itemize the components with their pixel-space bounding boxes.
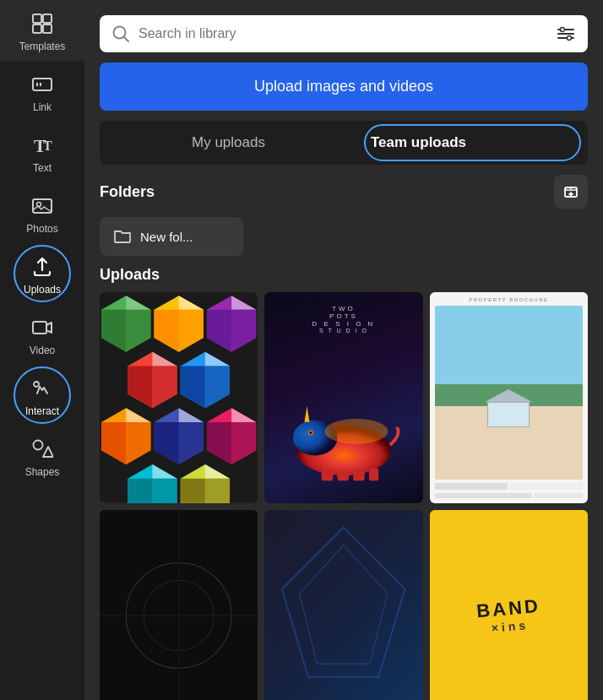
svg-rect-1	[43, 14, 52, 23]
svg-text:T: T	[43, 138, 52, 153]
svg-rect-81	[369, 468, 378, 480]
svg-point-20	[568, 36, 572, 41]
filter-icon[interactable]	[556, 24, 576, 44]
sidebar-item-label-link: Link	[33, 101, 52, 113]
svg-rect-4	[33, 79, 52, 90]
upload-thumb-1[interactable]	[100, 292, 258, 503]
upload-thumb-4[interactable]	[100, 510, 258, 700]
folders-title: Folders	[100, 183, 155, 201]
tab-team-uploads[interactable]: Team uploads	[357, 121, 480, 165]
svg-rect-0	[33, 14, 41, 23]
svg-marker-14	[43, 447, 53, 457]
folders-section: Folders New fol...	[100, 175, 588, 256]
svg-rect-88	[264, 510, 422, 700]
svg-rect-78	[322, 469, 333, 480]
svg-rect-3	[43, 24, 52, 33]
svg-marker-71	[181, 479, 205, 503]
sidebar-item-label-video: Video	[30, 345, 55, 356]
svg-marker-72	[205, 479, 230, 503]
sidebar-item-link[interactable]: Link	[0, 61, 84, 122]
sidebar-item-video[interactable]: Video	[0, 304, 84, 365]
svg-rect-79	[337, 470, 348, 480]
sidebar-item-label-interact: Interact	[25, 405, 59, 417]
grid-icon	[30, 12, 54, 35]
tabs-container: My uploads Team uploads	[100, 121, 588, 165]
svg-rect-80	[353, 469, 364, 480]
svg-marker-90	[300, 545, 388, 663]
sidebar-item-templates[interactable]: Templates	[0, 0, 84, 61]
uploads-section: Uploads	[100, 266, 588, 700]
sidebar-item-label-text: Text	[33, 162, 52, 174]
add-folder-button[interactable]	[554, 175, 588, 209]
interact-icon	[30, 377, 54, 400]
svg-point-13	[34, 441, 43, 450]
upload-images-videos-button[interactable]: Upload images and videos	[100, 62, 588, 111]
sidebar-item-label-uploads: Uploads	[24, 284, 61, 296]
svg-marker-89	[282, 528, 405, 677]
svg-marker-68	[152, 479, 177, 503]
main-content: Upload images and videos My uploads Team…	[84, 0, 603, 700]
upload-thumb-5[interactable]	[264, 510, 422, 700]
sidebar-item-label-templates: Templates	[19, 41, 66, 52]
svg-point-82	[324, 419, 388, 444]
uploads-grid: TWO POTS D E S I G N S T U D I O	[100, 292, 588, 700]
upload-thumb-3[interactable]: PROPERTY BROCHURE	[430, 292, 588, 503]
sidebar-item-uploads[interactable]: Uploads	[0, 243, 84, 304]
uploads-title: Uploads	[100, 266, 588, 284]
link-icon	[30, 73, 54, 96]
text-icon: T T	[30, 133, 54, 157]
folder-item-new[interactable]: New fol...	[100, 217, 243, 256]
sidebar-item-text[interactable]: T T Text	[0, 122, 84, 182]
tab-my-uploads[interactable]: My uploads	[100, 121, 357, 165]
svg-point-19	[561, 28, 565, 32]
svg-rect-11	[33, 322, 46, 334]
svg-point-12	[34, 382, 39, 387]
svg-point-77	[310, 431, 312, 434]
sidebar-item-label-photos: Photos	[26, 223, 57, 235]
sidebar-item-label-shapes: Shapes	[25, 466, 60, 478]
shapes-icon	[30, 437, 54, 461]
svg-marker-75	[305, 406, 310, 422]
sidebar-item-photos[interactable]: Photos	[0, 182, 84, 243]
sidebar-item-shapes[interactable]: Shapes	[0, 426, 84, 486]
folder-name: New fol...	[140, 230, 193, 244]
svg-marker-67	[128, 479, 152, 503]
search-icon	[111, 24, 130, 43]
upload-thumb-2[interactable]: TWO POTS D E S I G N S T U D I O	[264, 292, 422, 503]
video-icon	[30, 316, 54, 339]
folders-header: Folders	[100, 175, 588, 209]
folders-list: New fol...	[100, 217, 588, 256]
tab-team-uploads-wrapper: Team uploads	[357, 121, 588, 165]
svg-rect-2	[33, 24, 41, 33]
upload-thumb-6[interactable]: BAND ×ins	[430, 510, 588, 700]
search-bar	[100, 15, 588, 52]
sidebar-item-interact[interactable]: Interact	[0, 365, 84, 426]
photo-icon	[30, 194, 54, 218]
search-input[interactable]	[139, 26, 547, 41]
upload-icon	[30, 255, 54, 279]
sidebar: Templates Link T T Text P	[0, 0, 84, 700]
